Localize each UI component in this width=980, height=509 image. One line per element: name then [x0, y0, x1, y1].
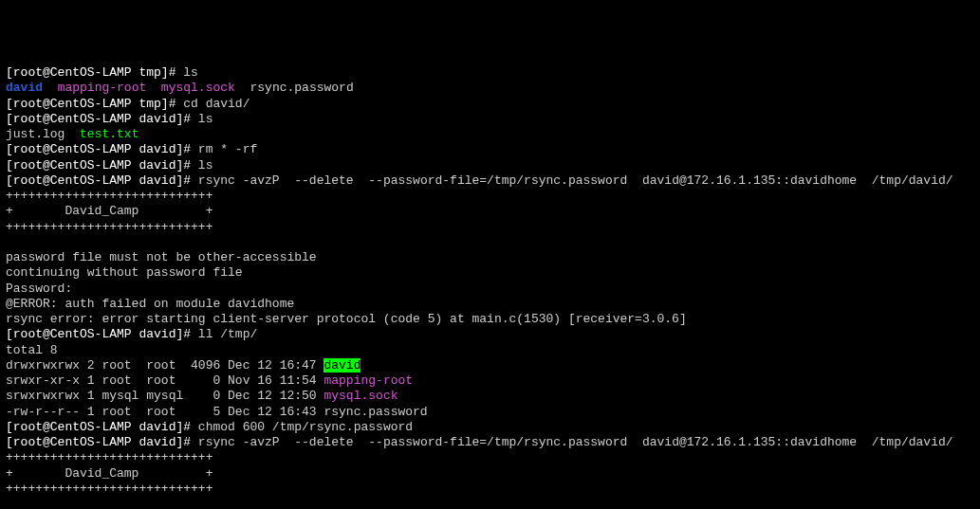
- banner: ++++++++++++++++++++++++++++: [6, 450, 213, 464]
- file-rsyncpw: rsync.password: [250, 81, 353, 95]
- prompt: [root@CentOS-LAMP tmp]#: [6, 65, 183, 80]
- sock-maproot: mapping-root: [58, 81, 147, 95]
- file-justlog: just.log: [6, 127, 65, 141]
- cmd: rm * -rf: [198, 142, 257, 156]
- banner: ++++++++++++++++++++++++++++: [6, 220, 213, 234]
- err-line: password file must not be other-accessib…: [6, 250, 317, 264]
- file-testtxt: test.txt: [80, 127, 139, 141]
- cmd: cd david/: [183, 97, 250, 111]
- cmd: chmod 600 /tmp/rsync.password: [198, 420, 413, 434]
- err-line: @ERROR: auth failed on module davidhome: [6, 297, 294, 311]
- ll-row: drwxrwxrwx 2 root root 4096 Dec 12 16:47: [6, 358, 324, 373]
- dir-david: david: [324, 358, 361, 373]
- prompt: [root@CentOS-LAMP tmp]#: [6, 97, 183, 111]
- err-line: continuing without password file: [6, 265, 243, 280]
- banner: ++++++++++++++++++++++++++++: [6, 482, 213, 496]
- cmd: rsync -avzP --delete --password-file=/tm…: [198, 435, 953, 449]
- prompt: [root@CentOS-LAMP david]#: [6, 435, 198, 449]
- terminal-output[interactable]: [root@CentOS-LAMP tmp]# ls david mapping…: [6, 65, 974, 509]
- err-line: rsync error: error starting client-serve…: [6, 312, 687, 326]
- prompt: [root@CentOS-LAMP david]#: [6, 420, 198, 434]
- ll-row: srwxrwxrwx 1 mysql mysql 0 Dec 12 12:50: [6, 389, 324, 403]
- prompt: [root@CentOS-LAMP david]#: [6, 112, 198, 126]
- prompt: [root@CentOS-LAMP david]#: [6, 142, 198, 156]
- ll-total: total 8: [6, 343, 58, 357]
- banner: + David_Camp +: [6, 204, 213, 218]
- ll-row: srwxr-xr-x 1 root root 0 Nov 16 11:54: [6, 373, 324, 388]
- cmd: ll /tmp/: [198, 327, 257, 341]
- prompt: [root@CentOS-LAMP david]#: [6, 173, 198, 188]
- cmd: ls: [198, 112, 213, 126]
- dir-david: david: [6, 81, 43, 95]
- cmd: ls: [183, 65, 198, 80]
- sock-mysql: mysql.sock: [161, 81, 235, 95]
- prompt: [root@CentOS-LAMP david]#: [6, 158, 198, 173]
- cmd: rsync -avzP --delete --password-file=/tm…: [198, 173, 953, 188]
- prompt: [root@CentOS-LAMP david]#: [6, 327, 198, 341]
- sock-maproot: mapping-root: [324, 373, 413, 388]
- cmd: ls: [198, 158, 213, 173]
- banner: + David_Camp +: [6, 466, 213, 481]
- sock-mysql: mysql.sock: [324, 389, 398, 403]
- err-line: Password:: [6, 282, 72, 296]
- ll-row: -rw-r--r-- 1 root root 5 Dec 12 16:43 rs…: [6, 405, 428, 419]
- banner: ++++++++++++++++++++++++++++: [6, 189, 213, 203]
